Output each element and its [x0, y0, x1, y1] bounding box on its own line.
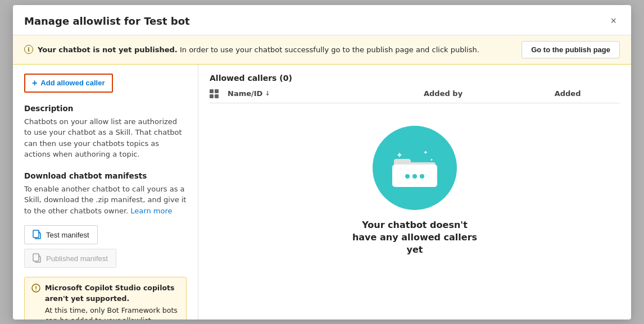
download-title: Download chatbot manifests: [24, 171, 187, 180]
svg-text:✦: ✦: [430, 158, 433, 162]
warning-content: Microsoft Copilot Studio copilots aren't…: [45, 283, 179, 320]
added-column-header: Added: [555, 89, 620, 98]
table-column-headers: Name/ID ↓ Added by Added: [210, 89, 620, 103]
learn-more-link[interactable]: Learn more: [130, 207, 172, 215]
allowed-callers-title: Allowed callers (0): [210, 74, 620, 83]
description-text: Chatbots on your allow list are authoriz…: [24, 116, 187, 160]
go-to-publish-button[interactable]: Go to the publish page: [521, 41, 620, 58]
warning-icon: [31, 284, 40, 320]
published-manifest-label: Published manifest: [46, 254, 108, 263]
checkbox-col-header: [210, 89, 228, 98]
close-icon: ×: [610, 15, 616, 27]
folder-icon: ✦ ✦ ✦: [389, 145, 440, 190]
add-allowed-caller-button[interactable]: + Add allowed caller: [24, 74, 113, 93]
sort-icon: ↓: [265, 90, 270, 97]
svg-rect-1: [33, 254, 39, 261]
addedby-column-header: Added by: [424, 89, 555, 98]
svg-point-4: [35, 290, 37, 291]
notification-text: Your chatbot is not yet published. In or…: [38, 45, 479, 54]
name-column-header: Name/ID ↓: [228, 89, 424, 98]
notification-bar: i Your chatbot is not yet published. In …: [13, 35, 631, 65]
empty-state: ✦ ✦ ✦: [210, 103, 620, 279]
svg-text:✦: ✦: [423, 149, 428, 156]
svg-text:✦: ✦: [396, 150, 403, 159]
plus-icon: +: [32, 78, 37, 88]
warning-title: Microsoft Copilot Studio copilots aren't…: [45, 283, 179, 304]
dialog-title: Manage allowlist for Test bot: [24, 15, 190, 27]
warning-box: Microsoft Copilot Studio copilots aren't…: [24, 277, 187, 320]
published-manifest-button[interactable]: Published manifest: [24, 249, 116, 268]
info-icon: i: [24, 45, 33, 54]
dialog-body: + Add allowed caller Description Chatbot…: [13, 65, 631, 320]
document-icon: [33, 230, 42, 240]
add-caller-label: Add allowed caller: [40, 79, 105, 87]
download-section: Download chatbot manifests To enable ano…: [24, 171, 187, 217]
left-panel: + Add allowed caller Description Chatbot…: [13, 65, 198, 320]
right-panel: Allowed callers (0) Name/ID ↓: [198, 65, 631, 320]
svg-point-11: [405, 174, 410, 179]
empty-state-text: Your chatbot doesn't have any allowed ca…: [352, 219, 477, 257]
notification-content: i Your chatbot is not yet published. In …: [24, 45, 479, 54]
svg-point-13: [420, 174, 424, 179]
manage-allowlist-dialog: Manage allowlist for Test bot × i Your c…: [13, 5, 631, 320]
svg-point-12: [412, 174, 417, 179]
close-button[interactable]: ×: [607, 14, 620, 28]
download-description: To enable another chatbot to call yours …: [24, 184, 187, 217]
test-manifest-label: Test manifest: [46, 231, 89, 239]
warning-text: At this time, only Bot Framework bots ca…: [45, 306, 178, 320]
manifest-buttons: Test manifest Published manifest: [24, 225, 187, 268]
test-manifest-button[interactable]: Test manifest: [24, 225, 98, 244]
empty-state-illustration: ✦ ✦ ✦: [373, 126, 457, 210]
description-title: Description: [24, 104, 187, 113]
dialog-header: Manage allowlist for Test bot ×: [13, 5, 631, 35]
document-disabled-icon: [33, 253, 42, 263]
svg-rect-0: [33, 230, 39, 238]
description-section: Description Chatbots on your allow list …: [24, 104, 187, 160]
